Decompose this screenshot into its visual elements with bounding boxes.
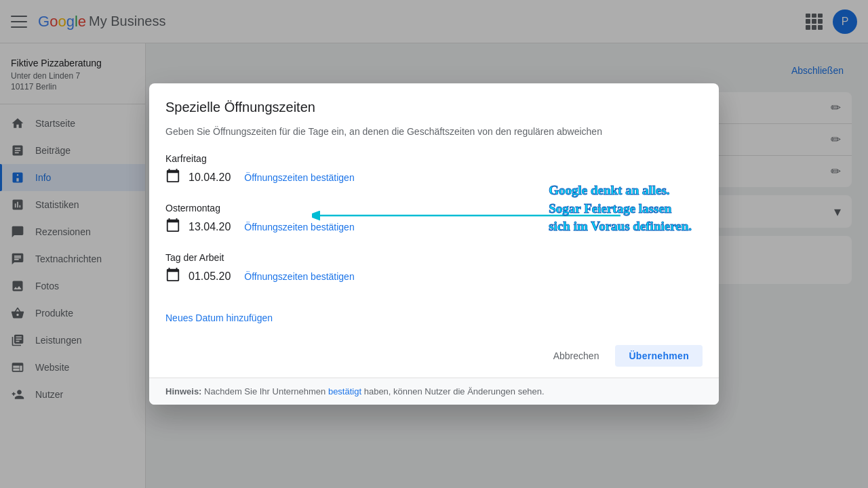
cancel-button[interactable]: Abbrechen xyxy=(542,345,610,367)
add-date-link[interactable]: Neues Datum hinzufügen xyxy=(165,307,273,329)
modal-overlay: Google denkt an alles. Sogar Feiertage l… xyxy=(0,0,868,488)
holiday-row-tag-der-arbeit: Tag der Arbeit 01.05.20 Öffnungszeiten b… xyxy=(165,252,703,285)
dialog-subtitle: Geben Sie Öffnungszeiten für die Tage ei… xyxy=(165,126,703,137)
holiday-name-karfreitag: Karfreitag xyxy=(165,153,703,164)
apply-button[interactable]: Übernehmen xyxy=(615,345,703,367)
confirm-link-ostermontag[interactable]: Öffnungszeiten bestätigen xyxy=(244,222,354,232)
calendar-icon-karfreitag xyxy=(165,168,180,186)
calendar-icon-ostermontag xyxy=(165,218,180,236)
footer-hint: Hinweis: xyxy=(165,386,201,396)
holiday-name-tag-der-arbeit: Tag der Arbeit xyxy=(165,252,703,263)
holiday-date-ostermontag: 13.04.20 xyxy=(189,221,231,233)
holiday-date-karfreitag: 10.04.20 xyxy=(189,171,231,184)
holiday-date-tag-der-arbeit: 01.05.20 xyxy=(189,270,231,283)
holiday-date-row-ostermontag: 13.04.20 Öffnungszeiten bestätigen xyxy=(165,218,703,236)
calendar-icon-tag-der-arbeit xyxy=(165,267,180,285)
dialog-footer: Hinweis: Nachdem Sie Ihr Unternehmen bes… xyxy=(149,378,719,405)
confirm-link-tag-der-arbeit[interactable]: Öffnungszeiten bestätigen xyxy=(244,271,354,282)
dialog-body: Spezielle Öffnungszeiten Geben Sie Öffnu… xyxy=(149,83,719,334)
holiday-row-ostermontag: Ostermontag 13.04.20 Öffnungszeiten best… xyxy=(165,203,703,236)
holiday-date-row-tag-der-arbeit: 01.05.20 Öffnungszeiten bestätigen xyxy=(165,267,703,285)
dialog-actions: Abbrechen Übernehmen xyxy=(149,334,719,378)
dialog: Google denkt an alles. Sogar Feiertage l… xyxy=(149,83,719,405)
footer-link[interactable]: bestätigt xyxy=(328,386,361,396)
holiday-row-karfreitag: Karfreitag 10.04.20 Öffnungszeiten bestä… xyxy=(165,153,703,186)
dialog-title: Spezielle Öffnungszeiten xyxy=(165,100,703,115)
footer-text: Nachdem Sie Ihr Unternehmen xyxy=(204,386,328,396)
confirm-link-karfreitag[interactable]: Öffnungszeiten bestätigen xyxy=(244,172,354,183)
footer-text2: haben, können Nutzer die Änderungen sehe… xyxy=(364,386,545,396)
holiday-name-ostermontag: Ostermontag xyxy=(165,203,703,214)
holiday-date-row-karfreitag: 10.04.20 Öffnungszeiten bestätigen xyxy=(165,168,703,186)
